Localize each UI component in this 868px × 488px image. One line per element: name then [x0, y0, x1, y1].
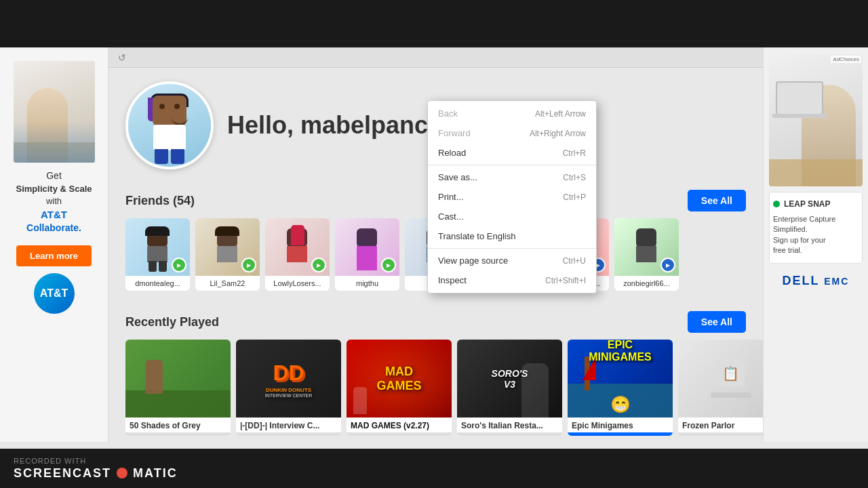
leap-title: LEAP SNAP — [784, 199, 830, 209]
game-thumb-text-2: DD DUNKIN DONUTS INTERVIEW CENTER — [265, 360, 313, 397]
roblox-character — [142, 92, 197, 167]
context-menu-forward[interactable]: Forward Alt+Right Arrow — [428, 123, 596, 143]
context-menu-translate[interactable]: Translate to English — [428, 226, 596, 246]
bottom-black-bar: RECORDED WITH SCREENCAST MATIC — [0, 449, 868, 488]
context-menu-reload-label: Reload — [438, 148, 466, 158]
recently-played-title: Recently Played — [125, 315, 219, 329]
friend-avatar-2 — [195, 218, 260, 276]
browser-chrome: ↺ — [108, 47, 763, 68]
att-circle: AT&T — [34, 273, 75, 314]
friend-name-3: LowlyLosers... — [265, 276, 330, 291]
game-title-1: 50 Shades of Grey — [125, 418, 231, 432]
friend-name-4: migthu — [335, 276, 399, 291]
context-menu-divider-2 — [428, 248, 596, 249]
friend-avatar-4 — [335, 218, 399, 276]
mad-games-text: MADGAMES — [376, 365, 421, 393]
context-menu-save-as[interactable]: Save as... Ctrl+S — [428, 167, 596, 187]
char-head — [153, 96, 186, 126]
left-ad-headline1: Get — [16, 169, 92, 183]
game-card-1[interactable]: 50 Shades of Grey — [125, 340, 231, 436]
friends-title: Friends (54) — [125, 194, 195, 208]
friend-card-1: dmontealeg... — [125, 218, 190, 291]
game-title-2: |-[DD]-| Interview C... — [236, 418, 341, 432]
right-ad-sidebar: AdChoices LEAP SNAP Enterprise Capture S… — [763, 47, 868, 442]
friend-card-4: migthu — [335, 218, 399, 291]
friends-see-all-button[interactable]: See All — [688, 190, 746, 211]
friend-online-1 — [172, 258, 186, 272]
left-ad-headline2: Simplicity & Scale — [16, 183, 92, 195]
recently-played-header: Recently Played See All — [108, 308, 763, 340]
context-menu-view-source-label: View page source — [438, 256, 508, 266]
game-title-4: Soro's Italian Resta... — [457, 418, 562, 432]
context-menu-reload[interactable]: Reload Ctrl+R — [428, 143, 596, 163]
friend-name-1: dmontealeg... — [125, 276, 190, 291]
right-ad-image: AdChoices — [769, 54, 863, 186]
reload-button[interactable]: ↺ — [115, 51, 129, 64]
friend-card-3: LowlyLosers... — [265, 218, 330, 291]
context-menu-forward-shortcut: Alt+Right Arrow — [530, 129, 586, 138]
char-leg-left — [155, 149, 168, 164]
adchoices-label: AdChoices — [831, 56, 861, 63]
context-menu-inspect[interactable]: Inspect Ctrl+Shift+I — [428, 270, 596, 290]
game-thumb-6: 📋 — [678, 340, 763, 418]
game-thumb-2: DD DUNKIN DONUTS INTERVIEW CENTER — [236, 340, 341, 418]
dell-text: D — [783, 274, 793, 287]
screencast-dot — [117, 468, 127, 479]
leap-desc3: Sign up for your — [773, 236, 826, 244]
friend-online-8 — [660, 258, 675, 272]
left-ad-image — [14, 61, 95, 163]
table-shape — [769, 159, 863, 186]
game-title-6: Frozen Parlor — [678, 418, 763, 432]
context-menu-back-shortcut: Alt+Left Arrow — [535, 109, 586, 119]
att-tagline: Collaborate. — [16, 222, 92, 235]
game-card-3[interactable]: MADGAMES MAD GAMES (v2.27) — [347, 340, 452, 436]
game-bottom-bar-5 — [568, 432, 673, 436]
leap-header: LEAP SNAP — [773, 199, 859, 209]
char-leg-right — [171, 149, 184, 164]
context-menu-forward-label: Forward — [438, 128, 471, 138]
context-menu-save-as-label: Save as... — [438, 172, 477, 182]
context-menu-view-source[interactable]: View page source Ctrl+U — [428, 251, 596, 270]
friend-avatar-8 — [614, 218, 679, 276]
context-menu-save-as-shortcut: Ctrl+S — [563, 173, 586, 182]
matic-text: MATIC — [133, 466, 178, 481]
game-title-3: MAD GAMES (v2.27) — [347, 418, 452, 432]
context-menu-cast[interactable]: Cast... — [428, 207, 596, 226]
game-title-5: Epic Minigames — [568, 418, 673, 432]
left-ad-sidebar: Get Simplicity & Scale with AT&T Collabo… — [0, 47, 108, 442]
att-brand: AT&T — [16, 207, 92, 222]
game-card-4[interactable]: SORO'SV3 Soro's Italian Resta... — [457, 340, 562, 436]
context-menu-inspect-label: Inspect — [438, 275, 467, 285]
leap-description: Enterprise Capture Simplified. Sign up f… — [773, 214, 859, 256]
friend-online-2 — [241, 258, 256, 272]
context-menu-back-label: Back — [438, 108, 458, 119]
screencast-brand: SCREENCAST MATIC — [14, 466, 178, 481]
context-menu-view-source-shortcut: Ctrl+U — [563, 256, 586, 266]
screencast-text: SCREENCAST — [14, 466, 111, 481]
avatar-placeholder — [128, 84, 211, 167]
context-menu[interactable]: Back Alt+Left Arrow Forward Alt+Right Ar… — [427, 100, 597, 293]
game-card-5[interactable]: EPICMINIGAMES 😁 Epic Minigames — [568, 340, 673, 436]
context-menu-inspect-shortcut: Ctrl+Shift+I — [545, 276, 586, 285]
char-body — [153, 125, 186, 150]
left-ad-headline3: with — [16, 195, 92, 207]
context-menu-print[interactable]: Print... Ctrl+P — [428, 187, 596, 207]
games-grid: 50 Shades of Grey DD DUNKIN DONUTS INTER… — [108, 340, 763, 436]
leap-desc2: Simplified. — [773, 225, 808, 233]
context-menu-translate-label: Translate to English — [438, 231, 515, 241]
context-menu-reload-shortcut: Ctrl+R — [563, 148, 586, 158]
game-card-6[interactable]: 📋 Frozen Parlor — [678, 340, 763, 436]
game-thumb-4: SORO'SV3 — [457, 340, 562, 418]
context-menu-print-shortcut: Ctrl+P — [563, 192, 586, 202]
learn-more-button[interactable]: Learn more — [16, 245, 92, 266]
context-menu-back[interactable]: Back Alt+Left Arrow — [428, 104, 596, 123]
context-menu-divider-1 — [428, 165, 596, 165]
recently-played-see-all-button[interactable]: See All — [688, 311, 746, 333]
friend-avatar-1 — [125, 218, 190, 276]
epic-text: EPICMINIGAMES — [589, 340, 651, 363]
friend-name-2: Lil_Sam22 — [195, 276, 260, 291]
dell-emc-logo: DELL EMC — [783, 274, 850, 288]
game-card-2[interactable]: DD DUNKIN DONUTS INTERVIEW CENTER |-[DD]… — [236, 340, 341, 436]
leap-desc4: free trial. — [773, 246, 802, 254]
friend-avatar-3 — [265, 218, 330, 276]
